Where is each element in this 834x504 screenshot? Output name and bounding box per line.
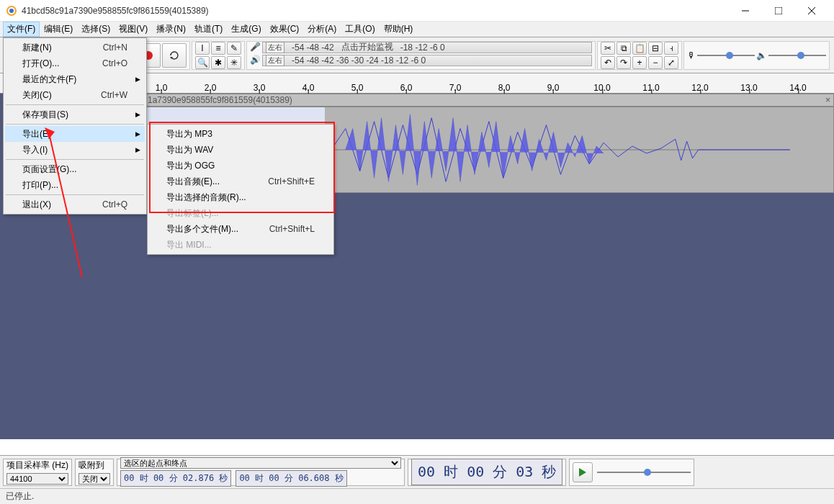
menu-transport[interactable]: 播录(N) [152,22,190,37]
mic-device-icon: 🎙 [687,50,696,60]
silence-icon[interactable]: ⫞ [664,42,678,55]
export-ogg[interactable]: 导出为 OGG [149,158,332,174]
sample-rate-select[interactable]: 44100 [6,473,68,485]
export-midi: 导出 MIDI... [149,237,332,253]
export-labels: 导出标签(L)... [149,205,332,221]
record-volume-slider[interactable] [697,50,755,61]
multi-tool-icon[interactable]: ✳ [227,56,241,69]
export-audio[interactable]: 导出音频(E)...Ctrl+Shift+E [149,174,332,189]
playback-meter[interactable]: 左右 -54 -48 -42 -36 -30 -24 -18 -12 -6 0 [262,55,592,66]
clip-title-bar[interactable]: 1a7390e958855fc9f861559(4015389) × [144,94,834,107]
paste-icon[interactable]: 📋 [632,42,647,55]
menu-close[interactable]: 关闭(C)Ctrl+W [5,87,145,103]
maximize-button[interactable] [762,0,795,22]
clip-close-icon[interactable]: × [825,95,830,105]
menu-open[interactable]: 打开(O)...Ctrl+O [5,55,145,71]
menu-recent[interactable]: 最近的文件(F)▶ [5,71,145,87]
timeshift-tool-icon[interactable]: ✱ [211,56,225,69]
status-bar: 已停止. [0,488,834,504]
trim-icon[interactable]: ⊟ [648,42,663,55]
status-text: 已停止. [6,490,34,503]
mic-icon: 🎤 [250,42,261,53]
cut-icon[interactable]: ✂ [601,42,615,55]
menu-tools[interactable]: 工具(O) [341,22,379,37]
window-title: 41bcd58c91a7390e958855fc9f861559(4015389… [22,6,729,16]
zoom-out-icon[interactable]: − [648,56,663,69]
export-mp3[interactable]: 导出为 MP3 [149,126,332,142]
menu-exit[interactable]: 退出(X)Ctrl+Q [5,197,145,212]
menu-export[interactable]: 导出(E)▶ [5,126,145,142]
app-icon [6,5,17,17]
draw-tool-icon[interactable]: ✎ [227,42,241,55]
playback-speed-slider[interactable] [597,467,691,478]
menu-new[interactable]: 新建(N)Ctrl+N [5,40,145,55]
menu-generate[interactable]: 生成(G) [227,22,265,37]
export-selected-audio[interactable]: 导出选择的音频(R)... [149,189,332,205]
menu-analyze[interactable]: 分析(A) [303,22,341,37]
menu-help[interactable]: 帮助(H) [380,22,418,37]
menu-view[interactable]: 视图(V) [115,22,152,37]
copy-icon[interactable]: ⧉ [616,42,631,55]
selection-end-time[interactable]: 00 时 00 分 06.608 秒 [236,470,346,487]
file-menu-dropdown: 新建(N)Ctrl+N 打开(O)...Ctrl+O 最近的文件(F)▶ 关闭(… [3,37,147,215]
snap-select[interactable]: 关闭 [79,473,110,485]
selection-tool-icon[interactable]: I [195,42,210,55]
zoom-fit-icon[interactable]: ⤢ [664,56,678,69]
zoom-tool-icon[interactable]: 🔍 [195,56,210,69]
envelope-tool-icon[interactable]: ≡ [211,42,225,55]
close-button[interactable] [795,0,828,22]
undo-icon[interactable]: ↶ [601,56,615,69]
loop-button[interactable] [162,43,187,68]
menu-save-project[interactable]: 保存项目(S)▶ [5,107,145,122]
redo-icon[interactable]: ↷ [616,56,631,69]
menu-print[interactable]: 打印(P)... [5,177,145,193]
menu-effect[interactable]: 效果(C) [266,22,304,37]
speaker-device-icon: 🔈 [756,50,767,60]
playback-volume-slider[interactable] [768,50,826,61]
menu-edit[interactable]: 编辑(E) [40,22,77,37]
menu-import[interactable]: 导入(I)▶ [5,142,145,158]
menu-select[interactable]: 选择(S) [77,22,115,37]
menu-file[interactable]: 文件(F) [3,22,40,37]
selection-mode-select[interactable]: 选区的起点和终点 [120,457,401,469]
selection-start-time[interactable]: 00 时 00 分 02.876 秒 [120,470,231,487]
svg-point-1 [9,9,14,13]
export-multiple[interactable]: 导出多个文件(M)...Ctrl+Shift+L [149,221,332,237]
sample-rate-label: 项目采样率 (Hz) [6,459,68,472]
zoom-in-icon[interactable]: + [632,56,647,69]
title-bar: 41bcd58c91a7390e958855fc9f861559(4015389… [0,0,834,22]
minimize-button[interactable] [729,0,762,22]
menu-tracks[interactable]: 轨道(T) [190,22,227,37]
export-wav[interactable]: 导出为 WAV [149,142,332,158]
export-submenu-dropdown: 导出为 MP3 导出为 WAV 导出为 OGG 导出音频(E)...Ctrl+S… [147,124,334,255]
svg-rect-3 [775,7,782,14]
audio-position-time[interactable]: 00 时 00 分 03 秒 [411,459,562,485]
speaker-icon: 🔊 [250,55,261,66]
menu-page-setup[interactable]: 页面设置(G)... [5,161,145,177]
record-meter[interactable]: 左右 -54 -48 -42 点击开始监视 -18 -12 -6 0 [262,42,592,53]
menu-bar: 文件(F) 编辑(E) 选择(S) 视图(V) 播录(N) 轨道(T) 生成(G… [0,22,834,37]
snap-label: 吸附到 [79,459,110,472]
play-at-speed-button[interactable] [573,462,593,482]
bottom-toolbar: 项目采样率 (Hz) 44100 吸附到 关闭 选区的起点和终点 00 时 00… [0,455,834,488]
